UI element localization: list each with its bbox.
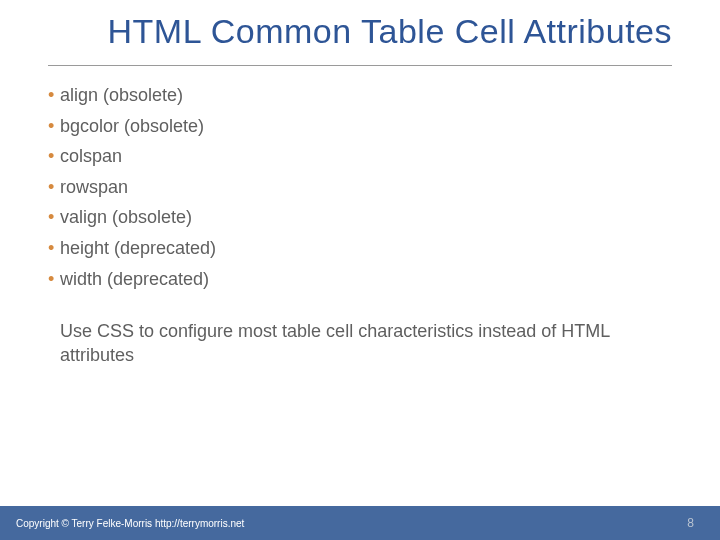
page-number: 8 [687,516,694,530]
list-item: bgcolor (obsolete) [48,111,672,142]
note-text: Use CSS to configure most table cell cha… [48,320,628,367]
title-divider [48,65,672,66]
slide: HTML Common Table Cell Attributes align … [0,0,720,540]
list-item: valign (obsolete) [48,202,672,233]
slide-title: HTML Common Table Cell Attributes [0,0,720,59]
list-item: width (deprecated) [48,264,672,295]
list-item: align (obsolete) [48,80,672,111]
footer-bar: Copyright © Terry Felke-Morris http://te… [0,506,720,540]
slide-body: align (obsolete) bgcolor (obsolete) cols… [0,80,720,540]
list-item: rowspan [48,172,672,203]
list-item: colspan [48,141,672,172]
list-item: height (deprecated) [48,233,672,264]
bullet-list: align (obsolete) bgcolor (obsolete) cols… [48,80,672,294]
copyright-text: Copyright © Terry Felke-Morris http://te… [16,518,244,529]
